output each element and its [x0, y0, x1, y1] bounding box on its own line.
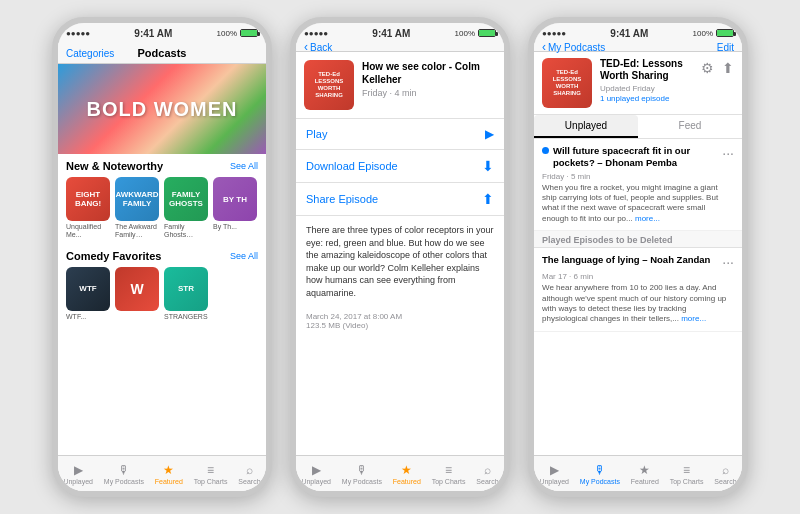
battery-label-2: 100% [455, 29, 475, 38]
tab-unplayed-1[interactable]: ▶ Unplayed [63, 463, 93, 485]
thumb-label-3: BY TH [213, 177, 257, 221]
tab-search-label-2: Search [476, 478, 498, 485]
tab-topcharts-1[interactable]: ≡ Top Charts [194, 463, 228, 485]
tab-unplayed-3[interactable]: ▶ Unplayed [539, 463, 569, 485]
podcast-thumb-comedy-0: WTF [66, 267, 110, 311]
battery-label-1: 100% [217, 29, 237, 38]
topcharts-icon-3: ≡ [683, 463, 690, 477]
tab-featured-3[interactable]: ★ Featured [631, 463, 659, 485]
unplayed-icon-3: ▶ [550, 463, 559, 477]
back-button-2[interactable]: ‹ Back [304, 43, 332, 54]
nav-bar-1: Categories Podcasts [58, 43, 266, 64]
tab-mypodcasts-1[interactable]: 🎙 My Podcasts [104, 463, 144, 485]
tab-bar-2: ▶ Unplayed 🎙 My Podcasts ★ Featured ≡ To… [296, 455, 504, 491]
tab-featured-label-3: Featured [631, 478, 659, 485]
back-button-3[interactable]: ‹ My Podcasts [542, 43, 605, 54]
podcast-thumb-comedy-2: STR [164, 267, 208, 311]
more-link-0[interactable]: more... [635, 214, 660, 223]
podcast-title-3: TED-Ed: Lessons Worth Sharing [600, 58, 693, 82]
edit-button[interactable]: Edit [717, 43, 734, 53]
download-icon: ⬇ [482, 158, 494, 174]
episode-header-row-1: The language of lying – Noah Zandan ··· [542, 254, 734, 270]
podcast-thumb-3: BY TH [213, 177, 257, 221]
tab-mypodcasts-3[interactable]: 🎙 My Podcasts [580, 463, 620, 485]
time-1: 9:41 AM [134, 28, 172, 39]
tab-mypodcasts-label-3: My Podcasts [580, 478, 620, 485]
tab-topcharts-2[interactable]: ≡ Top Charts [432, 463, 466, 485]
list-item[interactable]: W [115, 267, 159, 321]
list-item[interactable]: EIGHTBANG! Unqualified Me... [66, 177, 110, 240]
thumb-label-0: EIGHTBANG! [66, 177, 110, 221]
settings-icon[interactable]: ⚙ [701, 60, 714, 76]
share-podcast-icon[interactable]: ⬆ [722, 60, 734, 76]
share-icon: ⬆ [482, 191, 494, 207]
tab-unplayed-episodes[interactable]: Unplayed [534, 115, 638, 138]
episode-title-1: The language of lying – Noah Zandan [542, 254, 722, 266]
tab-bar-3: ▶ Unplayed 🎙 My Podcasts ★ Featured ≡ To… [534, 455, 742, 491]
tab-featured-2[interactable]: ★ Featured [393, 463, 421, 485]
chevron-left-icon-2: ‹ [304, 43, 308, 54]
tab-mypodcasts-2[interactable]: 🎙 My Podcasts [342, 463, 382, 485]
share-action[interactable]: Share Episode ⬆ [296, 183, 504, 216]
content-1: BOLD WOMEN New & Noteworthy See All EIGH… [58, 64, 266, 455]
content-3: TED-EdLESSONSWORTHSHARING TED-Ed: Lesson… [534, 52, 742, 455]
episode-size: 123.5 MB (Video) [306, 321, 494, 330]
tab-search-1[interactable]: ⌕ Search [238, 463, 260, 485]
more-button-0[interactable]: ··· [722, 145, 734, 161]
comedy-see-all[interactable]: See All [230, 251, 258, 261]
tab-featured-label-1: Featured [155, 478, 183, 485]
play-action[interactable]: Play ▶ [296, 119, 504, 150]
tab-search-2[interactable]: ⌕ Search [476, 463, 498, 485]
download-action[interactable]: Download Episode ⬇ [296, 150, 504, 183]
search-icon-3: ⌕ [722, 463, 729, 477]
hero-banner[interactable]: BOLD WOMEN [58, 64, 266, 154]
list-item[interactable]: STR STRANGERS [164, 267, 208, 321]
featured-icon-1: ★ [163, 463, 174, 477]
signal-1: ●●●●● [66, 29, 90, 38]
hero-text: BOLD WOMEN [86, 98, 237, 121]
content-2: TED-EdLESSONSWORTHSHARING How we see col… [296, 52, 504, 455]
list-item[interactable]: BY TH By Th... [213, 177, 257, 240]
topcharts-icon-1: ≡ [207, 463, 214, 477]
episode-meta-1: Mar 17 · 6 min [542, 272, 734, 281]
list-item[interactable]: FAMILYGHOSTS Family Ghosts Panoply [164, 177, 208, 240]
episode-header-row-0: Will future spacecraft fit in our pocket… [542, 145, 734, 170]
unplayed-icon-1: ▶ [74, 463, 83, 477]
podcast-label-2: Family Ghosts Panoply [164, 223, 208, 240]
episode-footer: March 24, 2017 at 8:00 AM 123.5 MB (Vide… [296, 308, 504, 334]
search-icon-2: ⌕ [484, 463, 491, 477]
tab-topcharts-3[interactable]: ≡ Top Charts [670, 463, 704, 485]
tab-unplayed-label-2: Unplayed [301, 478, 331, 485]
episode-meta-0: Friday · 5 min [542, 172, 734, 181]
tab-featured-1[interactable]: ★ Featured [155, 463, 183, 485]
more-link-1[interactable]: more... [681, 314, 706, 323]
new-noteworthy-see-all[interactable]: See All [230, 161, 258, 171]
status-bar-1: ●●●●● 9:41 AM 100% [58, 23, 266, 43]
status-bar-2: ●●●●● 9:41 AM 100% [296, 23, 504, 43]
episode-header: TED-EdLESSONSWORTHSHARING How we see col… [296, 52, 504, 119]
tab-feed[interactable]: Feed [638, 115, 742, 138]
list-item[interactable]: WTF WTF... [66, 267, 110, 321]
episode-meta: Friday · 4 min [362, 88, 496, 98]
list-item[interactable]: AWKWARDFAMILY The Awkward Family Podcast [115, 177, 159, 240]
tab-search-3[interactable]: ⌕ Search [714, 463, 736, 485]
unplayed-dot-0 [542, 147, 549, 154]
new-noteworthy-title: New & Noteworthy [66, 160, 163, 172]
podcast-thumb-3: TED-EdLESSONSWORTHSHARING [542, 58, 592, 108]
nav-title-1: Podcasts [138, 47, 187, 59]
comedy-section: Comedy Favorites See All WTF WTF... W [58, 244, 266, 325]
deleted-section-title: Played Episodes to be Deleted [534, 231, 742, 248]
back-label-2: Back [310, 43, 332, 53]
table-row[interactable]: Will future spacecraft fit in our pocket… [534, 139, 742, 231]
table-row[interactable]: The language of lying – Noah Zandan ··· … [534, 248, 742, 332]
phone-2: ●●●●● 9:41 AM 100% ‹ Back TED-EdLESSONSW… [290, 17, 510, 497]
podcast-header-info: TED-EdLESSONSWORTHSHARING TED-Ed: Lesson… [534, 52, 742, 115]
tab-unplayed-2[interactable]: ▶ Unplayed [301, 463, 331, 485]
episode-info: How we see color - Colm Kelleher Friday … [362, 60, 496, 110]
topcharts-icon-2: ≡ [445, 463, 452, 477]
categories-button[interactable]: Categories [66, 48, 114, 59]
podcast-action-icons: ⚙ ⬆ [701, 58, 734, 108]
podcast-thumb-2: FAMILYGHOSTS [164, 177, 208, 221]
more-button-1[interactable]: ··· [722, 254, 734, 270]
episode-description: There are three types of color receptors… [296, 216, 504, 308]
